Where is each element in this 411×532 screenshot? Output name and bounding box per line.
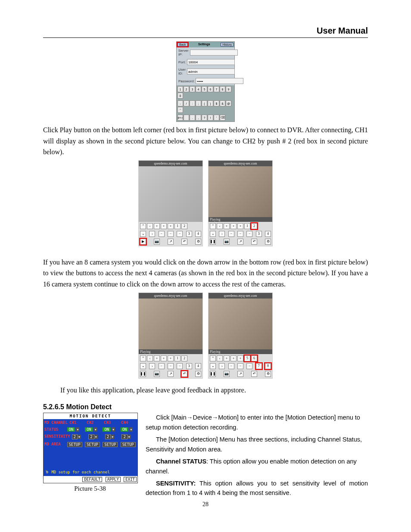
ctrl-btn[interactable]: −	[237, 363, 243, 369]
history-button[interactable]: History	[221, 43, 234, 47]
ctrl-btn[interactable]: 2	[251, 223, 257, 229]
ctrl-btn[interactable]: ›	[149, 363, 155, 369]
key-7[interactable]: 7	[214, 86, 219, 92]
ctrl-btn[interactable]: ❚❚	[210, 371, 216, 377]
ctrl-btn[interactable]: ⚙	[265, 371, 271, 377]
sens-ch4[interactable]: 2	[121, 434, 127, 439]
key-2[interactable]: 2	[184, 86, 189, 92]
status-ch4[interactable]: ON	[121, 427, 129, 432]
ctrl-btn[interactable]: +	[154, 355, 160, 361]
ctrl-btn[interactable]: ⌄	[140, 363, 146, 369]
ctrl-btn[interactable]: +	[230, 223, 237, 229]
exit-button[interactable]: EXIT	[124, 477, 137, 482]
ctrl-btn[interactable]: 6	[251, 355, 257, 361]
key-9[interactable]: 9	[226, 86, 231, 92]
sens-ch3[interactable]: 2	[105, 434, 111, 439]
ctrl-btn[interactable]: 8	[265, 363, 271, 369]
ctrl-btn[interactable]: ↶	[251, 371, 257, 377]
ctrl-btn[interactable]: ⌄	[210, 363, 216, 369]
ctrl-btn[interactable]: +	[224, 355, 230, 361]
key-$[interactable]: $	[214, 100, 219, 106]
dropdown-icon[interactable]: ▾	[76, 427, 79, 432]
ctrl-btn[interactable]: ‹	[217, 223, 223, 229]
key-@[interactable]: @	[226, 100, 231, 106]
dropdown-icon[interactable]: ▾	[128, 435, 131, 439]
port-input[interactable]	[187, 59, 235, 65]
status-ch1[interactable]: ON	[67, 427, 75, 432]
ctrl-btn[interactable]: 4	[195, 363, 201, 369]
ctrl-btn[interactable]: ↗	[237, 371, 243, 377]
key-6[interactable]: 6	[208, 86, 213, 92]
status-ch2[interactable]: ON	[85, 427, 93, 432]
ctrl-btn[interactable]: −	[228, 231, 234, 237]
key-3[interactable]: 3	[190, 86, 195, 92]
dropdown-icon[interactable]: ▾	[94, 435, 98, 439]
key-#+=[interactable]: #+=	[177, 115, 183, 121]
ctrl-btn[interactable]: 📷	[224, 371, 230, 377]
ctrl-btn[interactable]: +	[161, 223, 167, 229]
key--[interactable]: -	[177, 100, 183, 106]
ctrl-btn[interactable]: 📷	[154, 371, 160, 377]
ctrl-btn[interactable]: ⌃	[210, 355, 216, 361]
ctrl-btn[interactable]: −	[168, 231, 174, 237]
ctrl-btn[interactable]: 5	[244, 355, 250, 361]
ctrl-btn[interactable]: ↗	[168, 371, 174, 377]
key-0[interactable]: 0	[177, 93, 183, 99]
ctrl-btn[interactable]: +	[161, 355, 167, 361]
ctrl-btn[interactable]: +	[154, 223, 160, 229]
sens-ch2[interactable]: 2	[88, 434, 94, 439]
ctrl-btn[interactable]: ⌃	[140, 355, 146, 361]
ctrl-btn[interactable]: ↗	[237, 239, 243, 245]
dropdown-icon[interactable]: ▾	[78, 435, 81, 439]
ctrl-btn[interactable]: 📷	[154, 239, 160, 245]
ctrl-btn[interactable]: ⌄	[140, 231, 146, 237]
ctrl-btn[interactable]: ⚙	[265, 239, 271, 245]
ctrl-btn[interactable]: −	[228, 363, 234, 369]
ctrl-btn[interactable]: ‹	[147, 355, 153, 361]
ctrl-btn[interactable]: +	[168, 223, 174, 229]
ctrl-btn[interactable]: +	[168, 355, 174, 361]
key-/[interactable]: /	[184, 100, 189, 106]
area-ch1[interactable]: SETUP	[67, 442, 82, 447]
ctrl-btn[interactable]: 3	[186, 363, 192, 369]
key-"[interactable]: "	[177, 107, 183, 113]
key-?[interactable]: ?	[202, 115, 207, 121]
ctrl-btn[interactable]: ❚❚	[210, 239, 216, 245]
key- [interactable]	[184, 115, 189, 121]
ctrl-btn[interactable]: ›	[219, 231, 225, 237]
ctrl-btn[interactable]: +	[224, 223, 230, 229]
ctrl-btn[interactable]: +	[237, 355, 243, 361]
area-ch4[interactable]: SETUP	[121, 442, 136, 447]
ctrl-btn[interactable]: ⌃	[210, 223, 216, 229]
key-,[interactable]: ,	[196, 115, 201, 121]
ctrl-btn[interactable]: 1	[244, 223, 250, 229]
key-8[interactable]: 8	[220, 86, 225, 92]
server-ip-input[interactable]	[190, 50, 238, 56]
ctrl-btn[interactable]: ⚙	[195, 239, 201, 245]
key-&[interactable]: &	[220, 100, 225, 106]
ctrl-btn[interactable]: 2	[181, 355, 187, 361]
ctrl-btn[interactable]: −	[159, 231, 165, 237]
ctrl-btn[interactable]: +	[230, 355, 237, 361]
key-.[interactable]: .	[190, 115, 195, 121]
ctrl-btn[interactable]: 3	[256, 231, 262, 237]
ctrl-btn[interactable]: 2	[181, 223, 187, 229]
user-id-input[interactable]	[187, 68, 235, 75]
ctrl-btn[interactable]: ↶	[181, 371, 187, 377]
ctrl-btn[interactable]: 1	[174, 355, 181, 361]
key-)[interactable]: )	[208, 100, 213, 106]
ctrl-btn[interactable]: −	[177, 363, 183, 369]
key-1[interactable]: 1	[177, 86, 183, 92]
password-input[interactable]	[196, 78, 243, 84]
ctrl-btn[interactable]: −	[177, 231, 183, 237]
ctrl-btn[interactable]: −	[237, 231, 243, 237]
key-4[interactable]: 4	[196, 86, 201, 92]
ctrl-btn[interactable]: 7	[256, 363, 262, 369]
key-'[interactable]: '	[214, 115, 219, 121]
ctrl-btn[interactable]: −	[159, 363, 165, 369]
ctrl-btn[interactable]: ‹	[217, 355, 223, 361]
key-;[interactable]: ;	[196, 100, 201, 106]
ctrl-btn[interactable]: ↗	[168, 239, 174, 245]
ctrl-btn[interactable]: 4	[265, 231, 271, 237]
ctrl-btn[interactable]: −	[246, 231, 252, 237]
